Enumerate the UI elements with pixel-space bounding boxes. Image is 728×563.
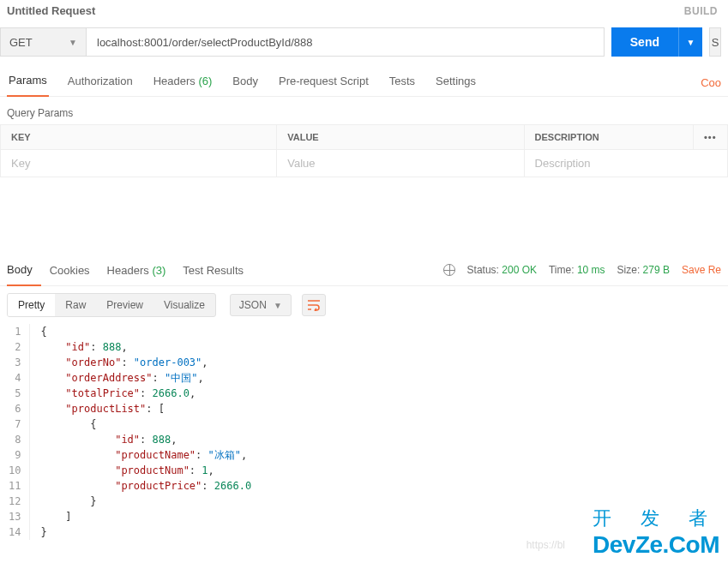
- view-mode-segment: Pretty Raw Preview Visualize: [7, 293, 216, 317]
- status-value: 200 OK: [502, 264, 537, 276]
- tab-params[interactable]: Params: [7, 69, 49, 97]
- size-value: 279 B: [643, 264, 670, 276]
- watermark-url: https://bl: [526, 539, 565, 551]
- send-button[interactable]: Send: [611, 27, 678, 57]
- col-key: KEY: [1, 125, 277, 150]
- mode-pretty[interactable]: Pretty: [8, 294, 55, 316]
- save-button-stub[interactable]: S: [709, 27, 721, 57]
- resp-tab-testresults[interactable]: Test Results: [174, 255, 252, 285]
- mode-preview[interactable]: Preview: [96, 294, 153, 316]
- time-value: 10 ms: [577, 264, 605, 276]
- format-select[interactable]: JSON ▼: [230, 294, 292, 316]
- table-row: Key Value Description: [1, 150, 728, 177]
- desc-input[interactable]: Description: [524, 150, 727, 177]
- line-gutter: 1234567891011121314: [0, 324, 30, 540]
- build-label: BUILD: [684, 5, 718, 17]
- value-input[interactable]: Value: [277, 150, 524, 177]
- globe-icon[interactable]: [443, 264, 455, 276]
- caret-down-icon: ▼: [69, 38, 77, 47]
- resp-tab-headers[interactable]: Headers (3): [99, 255, 175, 285]
- mode-visualize[interactable]: Visualize: [153, 294, 215, 316]
- tab-authorization[interactable]: Authorization: [66, 69, 135, 96]
- resp-tab-cookies[interactable]: Cookies: [41, 255, 99, 285]
- cookies-link[interactable]: Coo: [701, 76, 721, 89]
- key-input[interactable]: Key: [1, 150, 277, 177]
- tab-prerequest[interactable]: Pre-request Script: [277, 69, 370, 96]
- save-response[interactable]: Save Re: [682, 264, 721, 276]
- resp-tab-body[interactable]: Body: [7, 255, 41, 286]
- params-table: KEY VALUE DESCRIPTION ••• Key Value Desc…: [0, 124, 728, 177]
- mode-raw[interactable]: Raw: [55, 294, 96, 316]
- tab-settings[interactable]: Settings: [434, 69, 478, 96]
- method-value: GET: [9, 36, 33, 49]
- query-params-title: Query Params: [0, 97, 728, 124]
- method-select[interactable]: GET ▼: [1, 28, 87, 56]
- wrap-lines-button[interactable]: [302, 294, 326, 316]
- request-title: Untitled Request: [7, 4, 95, 17]
- tab-tests[interactable]: Tests: [388, 69, 417, 96]
- tab-headers[interactable]: Headers (6): [152, 69, 214, 96]
- response-body-code[interactable]: { "id": 888, "orderNo": "order-003", "or…: [30, 324, 251, 540]
- col-desc: DESCRIPTION: [524, 125, 693, 150]
- send-dropdown[interactable]: ▼: [678, 27, 702, 57]
- url-input[interactable]: [87, 28, 604, 56]
- tab-body[interactable]: Body: [231, 69, 260, 96]
- col-actions[interactable]: •••: [694, 125, 728, 150]
- caret-down-icon: ▼: [274, 301, 282, 310]
- col-value: VALUE: [277, 125, 524, 150]
